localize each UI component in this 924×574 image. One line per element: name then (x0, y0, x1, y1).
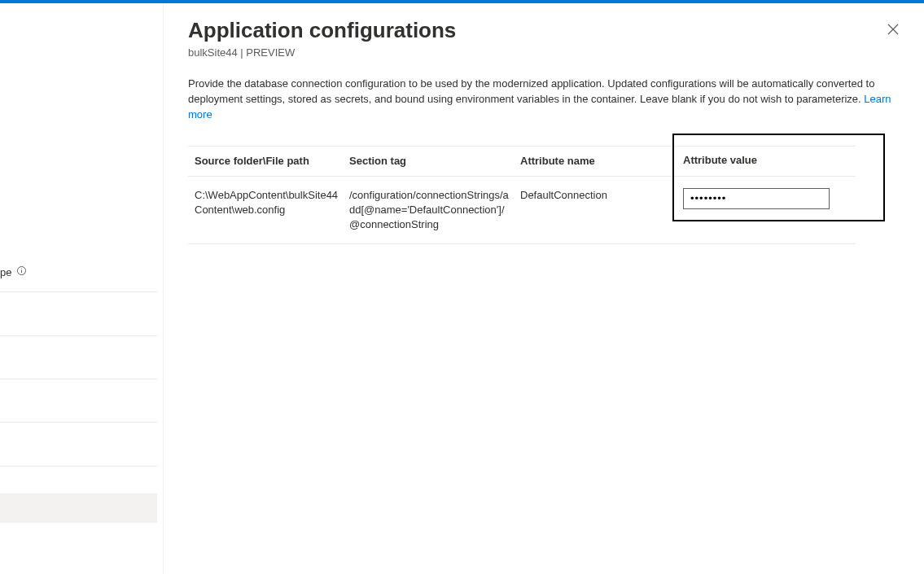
cell-attr-name: DefaultConnection (520, 188, 683, 203)
close-icon (887, 24, 899, 35)
cell-section: /configuration/connectionStrings/add[@na… (349, 188, 520, 233)
header-section: Section tag (349, 154, 520, 169)
attr-value-input[interactable] (683, 188, 830, 209)
cell-attr-value (683, 188, 849, 209)
left-background-column: pe (0, 3, 163, 574)
description-text: Provide the database connection configur… (188, 77, 900, 123)
info-icon (16, 265, 27, 278)
page-title: Application configurations (188, 18, 900, 43)
header-attr-name: Attribute name (520, 154, 683, 169)
description-body: Provide the database connection configur… (188, 77, 874, 105)
header-source: Source folder\File path (195, 154, 349, 169)
page-subtitle: bulkSite44 | PREVIEW (188, 46, 900, 59)
table-row: C:\WebAppContent\bulkSite44Content\web.c… (188, 177, 856, 245)
left-partial-row: pe (0, 261, 162, 283)
left-partial-text: pe (0, 266, 11, 278)
close-button[interactable] (885, 21, 901, 37)
svg-point-2 (21, 268, 22, 269)
main-panel: Application configurations bulkSite44 | … (163, 3, 924, 574)
table-header-row: Source folder\File path Section tag Attr… (188, 146, 856, 177)
config-table: Source folder\File path Section tag Attr… (188, 146, 856, 245)
cell-source: C:\WebAppContent\bulkSite44Content\web.c… (195, 188, 349, 217)
header-attr-value: Attribute value (683, 154, 849, 166)
